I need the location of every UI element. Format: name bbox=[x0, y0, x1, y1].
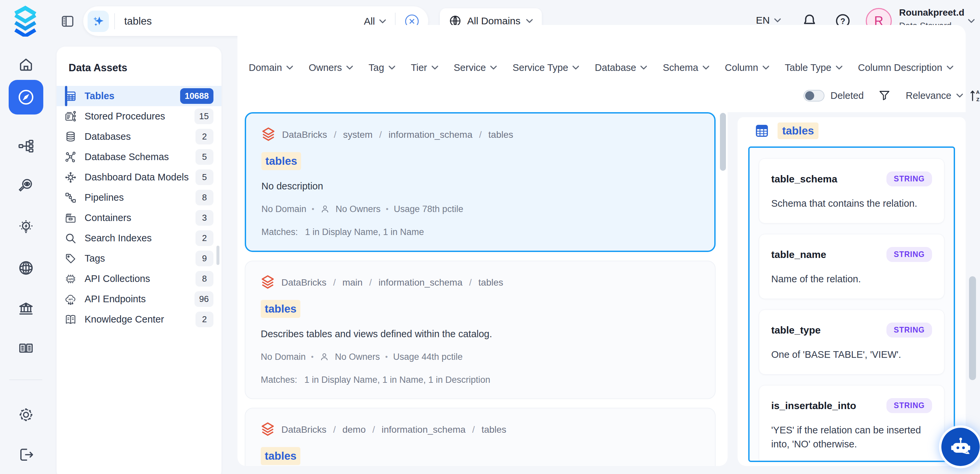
sidebar-item-api-endpoints[interactable]: API API Endpoints 96 bbox=[57, 289, 221, 309]
filter-tag[interactable]: Tag bbox=[369, 62, 396, 73]
column-card[interactable]: table_type STRING One of 'BASE TABLE', '… bbox=[759, 310, 944, 374]
filter-tier[interactable]: Tier bbox=[411, 62, 439, 73]
column-card[interactable]: is_insertable_into STRING 'YES' if the r… bbox=[759, 385, 944, 462]
nav-home[interactable] bbox=[0, 56, 52, 73]
sidebar-item-containers[interactable]: Containers 3 bbox=[57, 208, 221, 228]
owner-person-icon bbox=[320, 204, 330, 215]
column-type-badge: STRING bbox=[886, 323, 932, 337]
filter-column-description[interactable]: Column Description bbox=[858, 62, 954, 73]
sidebar-item-tags[interactable]: Tags 9 bbox=[57, 248, 221, 269]
count-badge: 2 bbox=[196, 231, 213, 246]
user-menu-chevron-icon[interactable] bbox=[968, 19, 975, 23]
result-description: Describes tables and views defined withi… bbox=[261, 329, 700, 339]
sidebar-item-label: API Collections bbox=[84, 273, 150, 284]
language-label: EN bbox=[756, 14, 770, 26]
nav-governance[interactable] bbox=[0, 300, 52, 317]
sort-direction-icon[interactable]: A Z bbox=[969, 88, 980, 103]
crumb-database[interactable]: demo bbox=[342, 425, 366, 435]
sidebar-item-stored-procedures[interactable]: Stored Procedures 15 bbox=[57, 106, 221, 126]
filter-database[interactable]: Database bbox=[595, 62, 648, 73]
crumb-table[interactable]: tables bbox=[488, 129, 514, 140]
sidebar-item-search-indexes[interactable]: Search Indexes 2 bbox=[57, 228, 221, 248]
sidebar-item-tables[interactable]: Tables 10688 bbox=[57, 86, 221, 106]
result-title-link[interactable]: tables bbox=[261, 152, 301, 170]
chevron-down-icon bbox=[947, 65, 954, 70]
sort-dropdown[interactable]: Relevance bbox=[906, 90, 963, 101]
databricks-service-icon bbox=[261, 275, 275, 291]
databricks-service-icon bbox=[261, 422, 275, 438]
crumb-table[interactable]: tables bbox=[482, 425, 506, 435]
crumb-service[interactable]: DataBricks bbox=[282, 129, 327, 140]
nav-insights[interactable] bbox=[0, 219, 52, 236]
sidebar-item-dashboard-data-models[interactable]: Dashboard Data Models 5 bbox=[57, 167, 221, 188]
sidebar-item-knowledge-center[interactable]: Knowledge Center 2 bbox=[57, 309, 221, 329]
count-badge: 15 bbox=[194, 108, 213, 124]
sidebar-item-database-schemas[interactable]: Database Schemas 5 bbox=[57, 147, 221, 167]
preview-title-link[interactable]: tables bbox=[778, 122, 818, 139]
sidebar-item-pipelines[interactable]: Pipelines 8 bbox=[57, 188, 221, 208]
column-description: Name of the relation. bbox=[771, 272, 932, 286]
svg-text:Z: Z bbox=[976, 97, 979, 102]
crumb-service[interactable]: DataBricks bbox=[282, 277, 326, 288]
count-badge: 2 bbox=[196, 312, 213, 327]
nav-domains[interactable] bbox=[0, 259, 52, 277]
column-card[interactable]: table_schema STRING Schema that contains… bbox=[759, 158, 944, 223]
deleted-toggle[interactable] bbox=[803, 90, 824, 102]
chevron-down-icon bbox=[388, 65, 396, 70]
filter-schema[interactable]: Schema bbox=[663, 62, 709, 73]
sidebar-item-databases[interactable]: Databases 2 bbox=[57, 126, 221, 147]
data-assets-title: Data Assets bbox=[57, 46, 221, 74]
count-badge: 3 bbox=[196, 210, 213, 226]
crumb-table[interactable]: tables bbox=[479, 277, 503, 288]
result-card[interactable]: DataBricks / main / information_schema /… bbox=[245, 261, 716, 399]
breadcrumb: DataBricks / system / information_schema… bbox=[261, 127, 699, 143]
filter-domain[interactable]: Domain bbox=[249, 62, 293, 73]
crumb-service[interactable]: DataBricks bbox=[282, 425, 326, 435]
filter-service[interactable]: Service bbox=[454, 62, 498, 73]
filter-column[interactable]: Column bbox=[725, 62, 770, 73]
crumb-schema[interactable]: information_schema bbox=[388, 129, 473, 140]
filter-owners[interactable]: Owners bbox=[309, 62, 353, 73]
container-icon bbox=[57, 212, 84, 224]
filter-funnel-icon[interactable] bbox=[878, 89, 891, 102]
page-scrollbar[interactable] bbox=[969, 276, 976, 380]
count-badge: 8 bbox=[196, 190, 213, 205]
nav-explore[interactable] bbox=[0, 80, 52, 115]
chatbot-button[interactable] bbox=[941, 428, 980, 466]
result-card[interactable]: DataBricks / demo / information_schema /… bbox=[245, 408, 716, 466]
language-dropdown[interactable]: EN bbox=[756, 14, 781, 26]
crumb-database[interactable]: main bbox=[342, 277, 363, 288]
column-type-badge: STRING bbox=[886, 247, 932, 262]
result-title-link[interactable]: tables bbox=[261, 300, 301, 318]
results-scrollbar[interactable] bbox=[720, 113, 726, 171]
crumb-schema[interactable]: information_schema bbox=[379, 277, 463, 288]
sidebar-item-api-collections[interactable]: API API Collections 8 bbox=[57, 269, 221, 289]
filter-table-type[interactable]: Table Type bbox=[785, 62, 843, 73]
pipeline-icon bbox=[57, 191, 84, 204]
nav-explore-active-tile bbox=[9, 80, 43, 115]
result-meta: No Domain • No Owners • Usage 44th pctil… bbox=[261, 352, 700, 362]
results-toolbar: Deleted Relevance A Z bbox=[803, 87, 980, 104]
nav-glossary[interactable] bbox=[0, 340, 52, 358]
svg-text:A: A bbox=[976, 89, 980, 95]
nav-settings[interactable] bbox=[0, 406, 52, 423]
nav-logout[interactable] bbox=[0, 446, 52, 463]
deleted-label: Deleted bbox=[830, 90, 864, 101]
breadcrumb: DataBricks / main / information_schema /… bbox=[261, 275, 700, 291]
crumb-schema[interactable]: information_schema bbox=[382, 425, 466, 435]
nav-observability[interactable] bbox=[0, 177, 52, 194]
filter-service-type[interactable]: Service Type bbox=[512, 62, 579, 73]
nav-lineage[interactable] bbox=[0, 137, 52, 155]
sidebar-item-label: Pipelines bbox=[84, 192, 124, 203]
ai-sparkles-icon[interactable] bbox=[88, 11, 109, 32]
result-card[interactable]: DataBricks / system / information_schema… bbox=[245, 112, 716, 252]
column-card[interactable]: table_name STRING Name of the relation. bbox=[759, 234, 944, 299]
column-name: is_insertable_into bbox=[771, 400, 856, 412]
crumb-database[interactable]: system bbox=[343, 129, 372, 140]
assets-panel-scrollbar[interactable] bbox=[216, 246, 220, 265]
openmetadata-logo-icon[interactable] bbox=[10, 5, 41, 37]
result-title-link[interactable]: tables bbox=[261, 447, 301, 465]
meta-usage: Usage 44th pctile bbox=[393, 352, 463, 362]
sidebar-collapse-icon[interactable] bbox=[60, 14, 75, 29]
sidebar-item-label: Dashboard Data Models bbox=[84, 172, 189, 183]
